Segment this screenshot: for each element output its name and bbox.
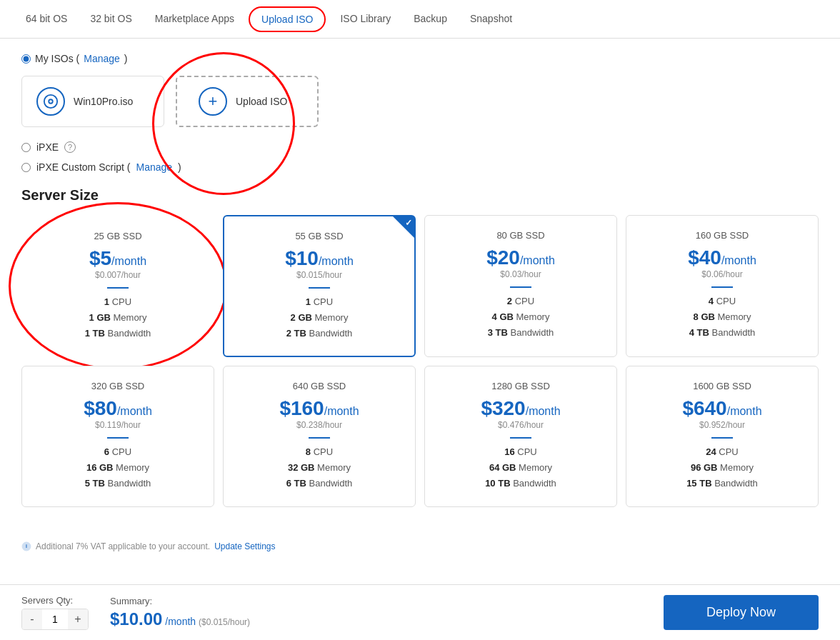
card-price-row-4: $80/month bbox=[34, 397, 202, 420]
svg-point-1 bbox=[49, 99, 53, 104]
server-card-4[interactable]: 320 GB SSD $80/month $0.119/hour 6 CPU 1… bbox=[21, 366, 214, 506]
card-unit-3: /month bbox=[721, 254, 756, 266]
card-divider-3 bbox=[711, 286, 733, 288]
card-specs-5: 8 CPU 32 GB Memory 6 TB Bandwidth bbox=[235, 444, 404, 491]
card-price-row-5: $160/month bbox=[235, 397, 404, 420]
card-divider-7 bbox=[711, 437, 733, 439]
tab-marketplace[interactable]: Marketplace Apps bbox=[144, 0, 246, 39]
card-circle-highlight bbox=[9, 202, 227, 370]
tab-upload-iso[interactable]: Upload ISO bbox=[249, 6, 326, 32]
card-price-7: $640 bbox=[682, 397, 726, 419]
card-divider-5 bbox=[309, 437, 330, 439]
card-price-row-1: $10/month bbox=[236, 247, 403, 270]
card-specs-4: 6 CPU 16 GB Memory 5 TB Bandwidth bbox=[34, 444, 202, 491]
server-card-6[interactable]: 1280 GB SSD $320/month $0.476/hour 16 CP… bbox=[424, 366, 617, 506]
card-price-2: $20 bbox=[486, 246, 520, 269]
card-divider-6 bbox=[510, 437, 531, 439]
server-card-7[interactable]: 1600 GB SSD $640/month $0.952/hour 24 CP… bbox=[626, 366, 819, 506]
card-divider-2 bbox=[510, 286, 531, 288]
card-divider-0 bbox=[107, 287, 129, 289]
server-card-5[interactable]: 640 GB SSD $160/month $0.238/hour 8 CPU … bbox=[223, 366, 416, 506]
card-hourly-7: $0.952/hour bbox=[638, 420, 806, 430]
my-isos-close: ) bbox=[124, 53, 128, 64]
card-price-row-2: $20/month bbox=[436, 246, 605, 269]
card-unit-1: /month bbox=[319, 255, 354, 267]
iso-disc-icon bbox=[36, 87, 65, 116]
iso-cards-row: Win10Pro.iso + Upload ISO bbox=[21, 76, 819, 127]
tab-64bit[interactable]: 64 bit OS bbox=[14, 0, 79, 39]
tab-iso-library[interactable]: ISO Library bbox=[329, 0, 402, 39]
update-settings-link[interactable]: Update Settings bbox=[214, 541, 275, 551]
card-hourly-4: $0.119/hour bbox=[34, 420, 202, 430]
ipxe-radio[interactable] bbox=[21, 143, 31, 152]
card-price-4: $80 bbox=[84, 397, 117, 419]
card-specs-2: 2 CPU 4 GB Memory 3 TB Bandwidth bbox=[436, 294, 605, 341]
bottom-bar: Servers Qty: - + Summary: $10.00 /month … bbox=[0, 584, 840, 594]
info-icon: i bbox=[21, 541, 31, 551]
my-isos-label: My ISOs ( bbox=[35, 53, 79, 64]
upload-iso-card[interactable]: + Upload ISO bbox=[176, 76, 319, 127]
server-card-2[interactable]: 80 GB SSD $20/month $0.03/hour 2 CPU 4 G… bbox=[424, 215, 617, 357]
card-storage-0: 25 GB SSD bbox=[34, 231, 201, 241]
win10-iso-card[interactable]: Win10Pro.iso bbox=[21, 76, 164, 127]
card-hourly-3: $0.06/hour bbox=[638, 269, 806, 279]
main-content: My ISOs ( Manage ) Win10Pro.iso + Upload… bbox=[0, 39, 840, 536]
card-specs-1: 1 CPU 2 GB Memory 2 TB Bandwidth bbox=[236, 294, 403, 341]
card-storage-1: 55 GB SSD bbox=[236, 231, 403, 241]
my-isos-radio[interactable] bbox=[21, 54, 31, 64]
card-price-6: $320 bbox=[481, 397, 525, 419]
card-hourly-6: $0.476/hour bbox=[436, 420, 605, 430]
card-price-3: $40 bbox=[688, 246, 721, 269]
card-hourly-0: $0.007/hour bbox=[34, 270, 201, 280]
card-price-1: $10 bbox=[285, 247, 319, 269]
card-price-row-6: $320/month bbox=[436, 397, 605, 420]
card-hourly-5: $0.238/hour bbox=[235, 420, 404, 430]
card-price-row-7: $640/month bbox=[638, 397, 806, 420]
tab-32bit[interactable]: 32 bit OS bbox=[79, 0, 143, 39]
card-storage-6: 1280 GB SSD bbox=[436, 381, 605, 391]
manage-ipxe-link[interactable]: Manage bbox=[136, 161, 172, 173]
card-price-row-0: $5/month bbox=[34, 247, 201, 270]
card-specs-7: 24 CPU 96 GB Memory 15 TB Bandwidth bbox=[638, 444, 806, 491]
server-card-0[interactable]: 25 GB SSD $5/month $0.007/hour 1 CPU 1 G… bbox=[21, 215, 214, 357]
card-divider-1 bbox=[309, 287, 330, 289]
card-hourly-1: $0.015/hour bbox=[236, 270, 403, 280]
my-isos-row: My ISOs ( Manage ) bbox=[21, 53, 819, 64]
card-hourly-2: $0.03/hour bbox=[436, 269, 605, 279]
tab-backup[interactable]: Backup bbox=[402, 0, 459, 39]
iso-filename: Win10Pro.iso bbox=[74, 96, 133, 107]
card-storage-5: 640 GB SSD bbox=[235, 381, 404, 391]
ipxe-custom-radio[interactable] bbox=[21, 163, 31, 172]
card-divider-4 bbox=[107, 437, 129, 439]
server-card-1[interactable]: ✓ 55 GB SSD $10/month $0.015/hour 1 CPU … bbox=[223, 215, 416, 357]
tab-snapshot[interactable]: Snapshot bbox=[459, 0, 524, 39]
card-storage-7: 1600 GB SSD bbox=[638, 381, 806, 391]
card-specs-3: 4 CPU 8 GB Memory 4 TB Bandwidth bbox=[638, 294, 806, 341]
ipxe-custom-close: ) bbox=[178, 161, 181, 173]
footer-note-text: Additional 7% VAT applicable to your acc… bbox=[36, 541, 210, 551]
card-unit-7: /month bbox=[727, 405, 762, 417]
card-price-0: $5 bbox=[89, 247, 111, 269]
upload-highlight-circle bbox=[152, 52, 295, 195]
server-size-title: Server Size bbox=[21, 187, 819, 204]
manage-isos-link[interactable]: Manage bbox=[84, 53, 120, 64]
card-specs-6: 16 CPU 64 GB Memory 10 TB Bandwidth bbox=[436, 444, 605, 491]
check-mark: ✓ bbox=[405, 218, 412, 228]
card-specs-0: 1 CPU 1 GB Memory 1 TB Bandwidth bbox=[34, 294, 201, 341]
tabs-bar: 64 bit OS32 bit OSMarketplace AppsUpload… bbox=[0, 0, 840, 39]
card-unit-2: /month bbox=[520, 254, 555, 266]
card-storage-3: 160 GB SSD bbox=[638, 230, 806, 241]
card-storage-2: 80 GB SSD bbox=[436, 230, 605, 241]
svg-point-0 bbox=[44, 95, 57, 108]
card-price-row-3: $40/month bbox=[638, 246, 806, 269]
upload-iso-label: Upload ISO bbox=[236, 96, 287, 107]
ipxe-custom-row: iPXE Custom Script ( Manage ) bbox=[21, 161, 819, 173]
card-unit-0: /month bbox=[111, 255, 146, 267]
ipxe-custom-label: iPXE Custom Script ( bbox=[36, 161, 130, 173]
ipxe-help-icon[interactable]: ? bbox=[64, 141, 76, 153]
card-unit-5: /month bbox=[324, 405, 359, 417]
server-grid: 25 GB SSD $5/month $0.007/hour 1 CPU 1 G… bbox=[21, 215, 819, 507]
ipxe-label: iPXE bbox=[36, 141, 59, 153]
server-card-3[interactable]: 160 GB SSD $40/month $0.06/hour 4 CPU 8 … bbox=[626, 215, 819, 357]
upload-plus-icon: + bbox=[199, 87, 227, 116]
